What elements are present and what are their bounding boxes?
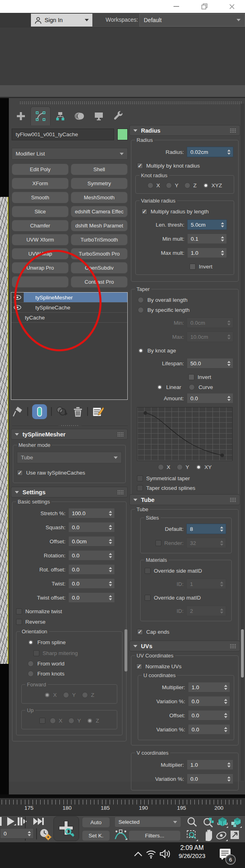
drag-grip-icon[interactable] bbox=[117, 432, 124, 437]
modifier-button-redshift-mesh[interactable]: dshift Mesh Paramet bbox=[71, 220, 128, 231]
u-multiplier-field[interactable]: 1.0 bbox=[188, 682, 230, 692]
modifier-button-uvw-map[interactable]: UVW Map bbox=[12, 248, 69, 260]
spinner-arrows[interactable] bbox=[226, 149, 232, 155]
remove-modifier-trash-icon[interactable] bbox=[73, 406, 83, 418]
from-knots-radio[interactable]: From knots bbox=[28, 669, 119, 679]
sides-default-field[interactable]: 8 bbox=[186, 524, 226, 534]
radius-field[interactable]: 0.02cm bbox=[187, 147, 233, 157]
notification-count-badge[interactable]: 6 bbox=[225, 854, 236, 865]
symmetrical-taper-checkbox[interactable]: Symmetrical taper bbox=[137, 473, 236, 483]
rotation-field[interactable]: 0.0 bbox=[68, 550, 115, 561]
u-variation1-field[interactable]: 0.0 bbox=[188, 696, 230, 706]
modifier-button-turbosmooth-pro[interactable]: TurboSmooth Pro bbox=[71, 248, 128, 260]
taper-y-radio[interactable] bbox=[177, 464, 183, 470]
auto-key-button[interactable]: Auto bbox=[82, 817, 110, 828]
set-keys-button[interactable] bbox=[53, 816, 79, 841]
from-spline-radio[interactable]: From spline bbox=[28, 637, 119, 647]
spinner-arrows[interactable] bbox=[223, 713, 229, 718]
modifier-button-contrast-pro[interactable]: Contrast Pro bbox=[71, 276, 128, 288]
current-frame-field[interactable]: 0 bbox=[0, 828, 34, 839]
knot-z-radio[interactable] bbox=[184, 182, 190, 188]
modifier-button-shell[interactable]: Shell bbox=[71, 164, 128, 175]
by-overall-length-radio[interactable]: By overall length bbox=[138, 295, 236, 305]
spinner-arrows[interactable] bbox=[219, 608, 225, 614]
u-variation2-field[interactable]: 0.0 bbox=[188, 724, 230, 735]
spinner-arrows[interactable] bbox=[226, 396, 232, 401]
spinner-arrows[interactable] bbox=[220, 222, 225, 227]
forward-y-radio[interactable] bbox=[63, 692, 69, 698]
spinner-arrows[interactable] bbox=[220, 250, 225, 256]
linear-radio[interactable] bbox=[157, 384, 163, 390]
stretch-field[interactable]: 100.0 bbox=[68, 508, 115, 518]
workspace-dropdown[interactable]: Default bbox=[139, 14, 245, 27]
modifier-button-smooth[interactable]: Smooth bbox=[12, 192, 69, 203]
tab-utilities[interactable] bbox=[108, 106, 128, 125]
default-in-out-tangents-icon[interactable] bbox=[114, 829, 128, 841]
viewport-geometry-sliver[interactable] bbox=[0, 197, 8, 664]
modifier-button-turbotrismooth[interactable]: TurboTriSmooth bbox=[71, 234, 128, 246]
panel-scrollbar-track[interactable] bbox=[241, 104, 244, 781]
rot-offset-field[interactable]: 0.0 bbox=[68, 564, 115, 575]
modifier-button-xform[interactable]: XForm bbox=[12, 178, 69, 189]
tab-display[interactable] bbox=[89, 106, 108, 125]
pan-hand-icon[interactable] bbox=[202, 829, 214, 841]
len-thresh-field[interactable]: 5.0cm bbox=[187, 219, 227, 230]
min-mult-field[interactable]: 0.1 bbox=[187, 233, 227, 244]
modifier-button-unwrap-pro[interactable]: Unwrap Pro bbox=[12, 262, 69, 274]
lifespan-field[interactable]: 50.0 bbox=[187, 358, 233, 368]
taper-max-field[interactable]: 10.0cm bbox=[187, 332, 233, 342]
drag-grip-icon[interactable] bbox=[230, 497, 236, 502]
taper-min-field[interactable]: 0.0cm bbox=[187, 317, 233, 328]
spinner-arrows[interactable] bbox=[220, 236, 225, 242]
normalize-twist-checkbox[interactable]: Normalize twist bbox=[16, 606, 123, 616]
minimize-button[interactable] bbox=[172, 2, 181, 10]
override-cap-matid-checkbox[interactable]: Override cap matID bbox=[145, 593, 229, 602]
modifier-button-meshsmooth[interactable]: MeshSmooth bbox=[71, 192, 128, 203]
spinner-arrows[interactable] bbox=[226, 320, 232, 326]
cap-id-field[interactable]: 2 bbox=[186, 606, 226, 616]
u-offset-field[interactable]: 0.0 bbox=[188, 710, 230, 721]
rollout-header-tysplinemesher[interactable]: tySplineMesher bbox=[11, 429, 128, 440]
mesher-mode-dropdown[interactable]: Tube bbox=[17, 452, 122, 463]
visibility-toggle[interactable] bbox=[11, 293, 24, 302]
spinner-arrows[interactable] bbox=[219, 526, 225, 532]
invert-variable-checkbox[interactable]: Invert bbox=[190, 262, 231, 271]
v-multiplier-field[interactable]: 1.0 bbox=[187, 760, 233, 770]
zoom-icon[interactable] bbox=[186, 817, 198, 828]
zoom-extents-icon[interactable] bbox=[216, 816, 229, 828]
spinner-arrows[interactable] bbox=[108, 567, 113, 572]
set-key-mode-button[interactable]: Set K. bbox=[82, 830, 110, 841]
hidden-icons-chevron-icon[interactable] bbox=[134, 851, 143, 857]
amount-field[interactable]: 0.0 bbox=[187, 393, 233, 403]
pin-stack-icon[interactable] bbox=[12, 405, 23, 418]
show-end-result-button[interactable] bbox=[32, 404, 47, 419]
object-name-input[interactable]: tyFlow001_v001_tyCache bbox=[12, 129, 114, 140]
up-flip-checkbox[interactable] bbox=[39, 718, 45, 724]
close-button[interactable] bbox=[227, 2, 236, 10]
maximize-viewport-icon[interactable] bbox=[229, 829, 241, 841]
spinner-arrows[interactable] bbox=[226, 334, 232, 340]
taper-xy-radio[interactable] bbox=[196, 464, 202, 470]
twist-field[interactable]: 0.0 bbox=[68, 578, 115, 589]
orbit-icon[interactable] bbox=[215, 829, 228, 841]
override-side-matid-checkbox[interactable]: Override side matID bbox=[145, 566, 229, 575]
modifier-button-redshift-camera[interactable]: edshift Camera Effec bbox=[71, 206, 128, 217]
filters-button[interactable]: Filters... bbox=[129, 830, 181, 841]
modifier-button-chamfer[interactable]: Chamfer bbox=[12, 220, 69, 231]
spinner-arrows[interactable] bbox=[108, 511, 113, 516]
from-world-radio[interactable]: From world bbox=[28, 659, 119, 669]
forward-x-radio[interactable] bbox=[44, 692, 50, 698]
by-specific-length-radio[interactable]: By specific length bbox=[138, 305, 236, 315]
side-id-field[interactable]: 1 bbox=[186, 579, 226, 589]
spinner-arrows[interactable] bbox=[219, 581, 225, 587]
tab-motion[interactable] bbox=[70, 106, 89, 125]
prev-key-button-fragment[interactable] bbox=[0, 817, 2, 826]
right-column-scrollbar-thumb[interactable] bbox=[241, 629, 244, 678]
stack-row-tycache[interactable]: tyCache bbox=[11, 313, 127, 323]
knot-xyz-radio[interactable] bbox=[203, 182, 209, 188]
spinner-arrows[interactable] bbox=[108, 553, 113, 558]
stack-row-tysplinecache[interactable]: tySplineCache bbox=[11, 303, 127, 313]
modifier-list-dropdown[interactable]: Modifier List bbox=[12, 148, 128, 160]
up-y-radio[interactable] bbox=[68, 718, 74, 724]
spinner-arrows[interactable] bbox=[223, 699, 229, 704]
